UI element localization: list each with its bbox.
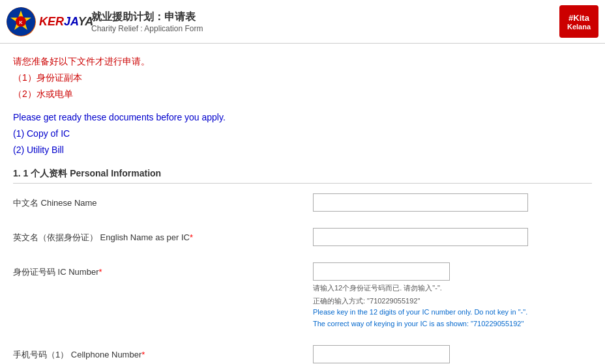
chinese-name-row: 中文名 Chinese Name [13,193,592,218]
english-item1: (1) Copy of IC [13,126,592,142]
ic-hint-en-1: Please key in the 12 digits of your IC n… [313,307,592,318]
english-item2: (2) Utility Bill [13,142,592,158]
chinese-intro: 请您准备好以下文件才进行申请。 [13,53,592,70]
chinese-name-field-group [313,193,592,212]
header-title-block: 就业援助计划：申请表 Charity Relief : Application … [91,10,559,33]
cellphone-label: 手机号码（1） Cellphone Number* [13,345,313,361]
logo-text-block: KERJAYA [39,15,93,29]
english-docs-section: Please get ready these documents before … [13,109,592,159]
english-name-required: * [190,232,193,242]
cellphone-row: 手机号码（1） Cellphone Number* 请输入电话号码而已. 请勿输… [13,345,592,364]
cellphone-required: * [141,350,145,359]
logo-area: K KERJAYA [7,5,85,38]
english-name-row: 英文名（依据身份证） English Name as per IC* [13,228,592,253]
badge-line1: #Kita [568,13,589,23]
chinese-name-input[interactable] [313,193,528,212]
svg-text:K: K [19,20,22,25]
chinese-name-label: 中文名 Chinese Name [13,193,313,209]
form-main-title: 就业援助计划：申请表 [91,10,559,24]
ic-number-required: * [98,267,102,277]
english-intro: Please get ready these documents before … [13,109,592,126]
logo-title: KERJAYA [39,15,93,29]
main-content: 请您准备好以下文件才进行申请。 （1）身份证副本 （2）水或电单 Please … [0,44,605,364]
flag-logo: K [7,7,36,36]
chinese-docs-section: 请您准备好以下文件才进行申请。 （1）身份证副本 （2）水或电单 [13,53,592,103]
ic-hint-en-2: The correct way of keying in your IC is … [313,318,592,329]
logo-emblem: K [7,7,36,36]
section1-title: 1. 1 个人资料 Personal Information [13,168,592,184]
badge-line2: Kelana [567,23,591,31]
ic-number-row: 身份证号码 IC Number* 请输入12个身份证号码而已. 请勿输入"-".… [13,262,592,335]
english-name-field-group [313,228,592,246]
chinese-item2: （2）水或电单 [13,86,592,102]
english-name-label: 英文名（依据身份证） English Name as per IC* [13,228,313,244]
chinese-item1: （1）身份证副本 [13,70,592,86]
ic-number-field-group: 请输入12个身份证号码而已. 请勿输入"-". 正确的输入方式: "710229… [313,262,592,329]
ic-number-label: 身份证号码 IC Number* [13,262,313,278]
ic-number-input[interactable] [313,262,450,281]
header-badge: #Kita Kelana [559,5,598,38]
cellphone-field-group: 请输入电话号码而已. 请勿输入"-". 正确的输入方式: "0155511512… [313,345,592,364]
english-name-input[interactable] [313,228,528,246]
page-header: K KERJAYA 就业援助计划：申请表 Charity Relief : Ap… [0,0,605,44]
form-sub-title: Charity Relief : Application Form [91,24,559,33]
ic-hint-zh-1: 请输入12个身份证号码而已. 请勿输入"-". [313,283,592,294]
ic-hint-zh-2: 正确的输入方式: "710229055192" [313,296,592,307]
cellphone-input[interactable] [313,345,450,363]
